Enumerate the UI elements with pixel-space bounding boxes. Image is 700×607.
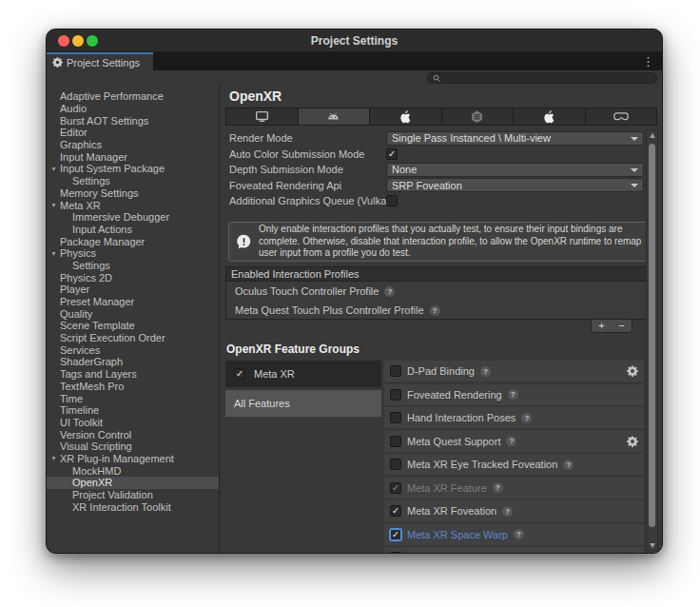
sidebar-item-label: Services [60,344,100,356]
feature-group-meta-xr[interactable]: ✓Meta XR [225,361,381,387]
sidebar-item-xr-plug-in-management[interactable]: ▼XR Plug-in Management [47,453,219,465]
sidebar-item-visual-scripting[interactable]: Visual Scripting [47,441,219,453]
sidebar-item-audio[interactable]: Audio [47,103,219,115]
checkbox[interactable]: ✓ [234,368,245,380]
help-icon[interactable]: ? [430,305,440,316]
help-icon[interactable]: ? [514,529,524,539]
setting-dropdown-render-mode[interactable]: Single Pass Instanced \ Multi-view [386,131,644,146]
scrollbar-thumb[interactable] [649,144,655,527]
all-features-item[interactable]: All Features [225,390,381,417]
interaction-profile-meta-quest-touch-plus-controller-profile[interactable]: Meta Quest Touch Plus Controller Profile… [226,301,656,320]
sidebar-item-adaptive-performance[interactable]: Adaptive Performance [47,90,219,103]
vertical-scrollbar[interactable] [646,129,658,551]
sidebar-item-input-system-package[interactable]: ▼Input System Package [47,163,219,175]
remove-profile-button[interactable]: − [612,320,632,332]
search-input[interactable] [427,72,657,84]
sidebar-item-player[interactable]: Player [47,284,219,296]
feature-row-meta-xr-eye-tracked-foveation[interactable]: Meta XR Eye Tracked Foveation? [384,454,644,475]
sidebar-item-time[interactable]: Time [47,392,219,404]
feature-row-d-pad-binding[interactable]: D-Pad Binding? [384,361,644,382]
checkbox[interactable]: ✓ [390,529,401,540]
sidebar-item-scene-template[interactable]: Scene Template [47,320,219,332]
scroll-down-button[interactable] [647,539,657,550]
feature-row-partial[interactable] [384,547,644,553]
feature-settings-gear-icon[interactable] [627,365,638,377]
add-profile-button[interactable]: + [592,320,612,332]
feature-row-foveated-rendering[interactable]: Foveated Rendering? [384,384,644,405]
minimize-button[interactable] [72,35,84,47]
platform-tab-monitor-0[interactable] [226,108,299,125]
sidebar-item-quality[interactable]: Quality [47,307,219,320]
sidebar-item-tags-and-layers[interactable]: Tags and Layers [47,368,219,381]
expander-triangle-icon[interactable]: ▼ [50,202,57,208]
feature-row-meta-quest-support[interactable]: Meta Quest Support? [384,431,644,452]
checkbox[interactable] [390,389,401,401]
checkbox[interactable]: ✓ [390,482,401,494]
sidebar-item-xr-interaction-toolkit[interactable]: XR Interaction Toolkit [47,500,219,513]
checkbox[interactable] [390,436,401,447]
sidebar-item-physics-2d[interactable]: Physics 2D [47,271,219,284]
sidebar-item-memory-settings[interactable]: Memory Settings [47,187,219,200]
sidebar-item-mockhmd[interactable]: MockHMD [47,464,219,477]
sidebar-item-script-execution-order[interactable]: Script Execution Order [47,332,219,344]
expander-triangle-icon[interactable]: ▼ [50,455,57,461]
checkbox[interactable] [386,195,398,206]
tab-project-settings[interactable]: Project Settings [47,52,153,70]
sidebar-item-version-control[interactable]: Version Control [47,428,219,441]
feature-row-meta-xr-space-warp[interactable]: ✓Meta XR Space Warp? [384,524,644,545]
checkbox[interactable]: ✓ [386,148,398,160]
setting-label: Auto Color Submission Mode [229,148,364,160]
sidebar-item-immersive-debugger[interactable]: Immersive Debugger [47,211,219,224]
sidebar-item-burst-aot-settings[interactable]: Burst AOT Settings [47,114,219,127]
sidebar-item-timeline[interactable]: Timeline [47,404,219,417]
sidebar-item-preset-manager[interactable]: Preset Manager [47,296,219,308]
expander-triangle-icon[interactable]: ▼ [50,166,57,172]
sidebar-item-physics[interactable]: ▼Physics [47,247,219,260]
checkbox[interactable] [390,552,401,553]
platform-tab-embedded-chip-3[interactable] [442,108,515,125]
setting-dropdown-depth-submission-mode[interactable]: None [386,163,644,177]
kebab-menu-icon[interactable]: ⋮ [642,53,654,69]
help-icon[interactable]: ? [493,482,503,493]
sidebar-item-input-actions[interactable]: Input Actions [47,224,219,236]
help-icon[interactable]: ? [521,413,532,423]
sidebar-item-textmesh-pro[interactable]: TextMesh Pro [47,381,219,393]
checkbox[interactable] [390,412,401,423]
sidebar-item-settings[interactable]: Settings [47,260,219,272]
sidebar-item-ui-toolkit[interactable]: UI Toolkit [47,417,219,429]
expander-triangle-icon[interactable]: ▼ [50,250,57,257]
help-icon[interactable]: ? [506,436,516,446]
scroll-up-button[interactable] [647,130,657,141]
platform-tab-apple-4[interactable] [514,108,586,125]
checkbox[interactable] [390,459,401,470]
sidebar-item-input-manager[interactable]: Input Manager [47,150,219,163]
setting-dropdown-foveated-rendering-api[interactable]: SRP Foveation [386,178,644,192]
sidebar-item-openxr[interactable]: OpenXR [47,477,219,489]
platform-tab-vr-goggles-5[interactable] [586,108,657,125]
sidebar-item-graphics[interactable]: Graphics [47,139,219,151]
zoom-button[interactable] [87,35,98,47]
help-icon[interactable]: ? [508,389,518,400]
sidebar-item-services[interactable]: Services [47,343,219,356]
platform-tab-apple-2[interactable] [370,108,442,125]
checkbox[interactable] [390,365,401,377]
sidebar-item-settings[interactable]: Settings [47,175,219,187]
interaction-profile-oculus-touch-controller-profile[interactable]: Oculus Touch Controller Profile? [226,282,656,301]
help-icon[interactable]: ? [502,506,513,517]
feature-row-meta-xr-foveation[interactable]: ✓Meta XR Foveation? [384,500,644,521]
feature-row-hand-interaction-poses[interactable]: Hand Interaction Poses? [384,407,644,428]
close-button[interactable] [58,35,69,47]
checkbox[interactable]: ✓ [390,505,401,517]
sidebar-item-project-validation[interactable]: Project Validation [47,489,219,501]
help-icon[interactable]: ? [384,286,395,297]
sidebar-item-package-manager[interactable]: Package Manager [47,235,219,247]
help-icon[interactable]: ? [563,460,574,470]
platform-tab-android-1[interactable] [299,108,371,125]
titlebar[interactable]: Project Settings [47,29,662,52]
sidebar-item-meta-xr[interactable]: ▼Meta XR [47,199,219,211]
feature-row-meta-xr-feature[interactable]: ✓Meta XR Feature? [384,478,644,499]
help-icon[interactable]: ? [480,366,491,377]
sidebar-item-editor[interactable]: Editor [47,127,219,139]
feature-settings-gear-icon[interactable] [627,436,638,447]
sidebar-item-shadergraph[interactable]: ShaderGraph [47,356,219,368]
